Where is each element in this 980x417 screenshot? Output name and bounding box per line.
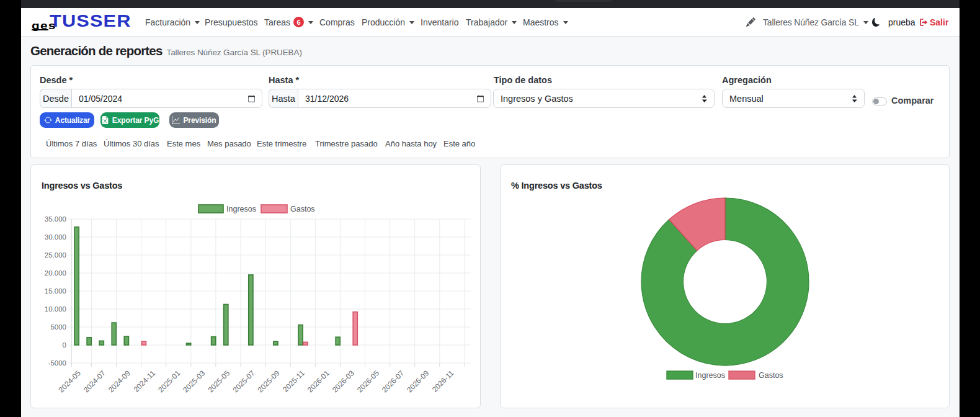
- svg-text:2026-05: 2026-05: [355, 369, 381, 394]
- svg-text:-5000: -5000: [48, 359, 66, 367]
- svg-text:2026-07: 2026-07: [380, 369, 406, 394]
- svg-text:Ingresos: Ingresos: [226, 205, 256, 213]
- svg-text:2025-11: 2025-11: [281, 369, 306, 394]
- svg-text:% Ingresos vs Gastos: % Ingresos vs Gastos: [511, 181, 602, 191]
- svg-text:2025-03: 2025-03: [181, 369, 207, 394]
- svg-text:0: 0: [63, 341, 66, 349]
- svg-text:2026-11: 2026-11: [430, 369, 456, 394]
- svg-text:2026-03: 2026-03: [331, 369, 356, 394]
- svg-text:2025-05: 2025-05: [206, 369, 231, 394]
- svg-text:2025-01: 2025-01: [156, 369, 182, 394]
- svg-text:Gastos: Gastos: [759, 371, 783, 380]
- svg-text:2025-07: 2025-07: [231, 369, 256, 394]
- svg-text:2024-05: 2024-05: [57, 369, 82, 394]
- svg-text:2024-07: 2024-07: [82, 369, 107, 394]
- svg-text:2026-09: 2026-09: [405, 369, 430, 394]
- svg-text:Gastos: Gastos: [290, 205, 315, 213]
- svg-text:35.000: 35.000: [45, 215, 66, 223]
- svg-text:10.000: 10.000: [45, 305, 66, 313]
- svg-text:2024-11: 2024-11: [132, 369, 158, 394]
- svg-text:5000: 5000: [50, 323, 66, 331]
- svg-text:2025-09: 2025-09: [256, 369, 282, 394]
- svg-text:30.000: 30.000: [45, 233, 66, 241]
- svg-text:25.000: 25.000: [45, 251, 66, 259]
- svg-text:Ingresos: Ingresos: [695, 371, 725, 380]
- svg-text:20.000: 20.000: [45, 269, 66, 277]
- svg-text:2024-09: 2024-09: [107, 369, 132, 394]
- svg-text:15.000: 15.000: [45, 287, 66, 295]
- svg-text:Ingresos vs Gastos: Ingresos vs Gastos: [42, 181, 122, 191]
- svg-text:2026-01: 2026-01: [306, 369, 331, 394]
